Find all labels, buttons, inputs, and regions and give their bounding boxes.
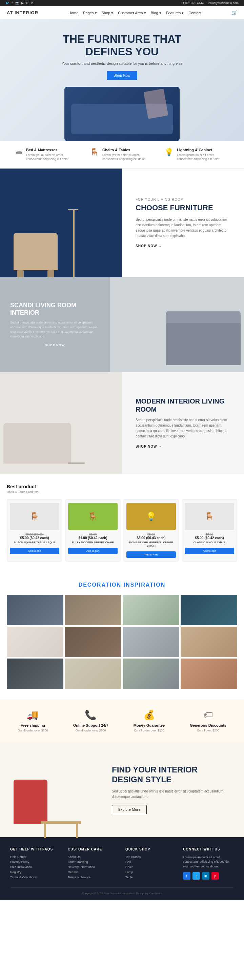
footer-shop-title: QUICK SHOP — [125, 847, 176, 851]
promo-chair-visual — [14, 780, 48, 824]
promo-title: FIND YOUR INTERIOR DESIGN STYLE — [112, 765, 230, 785]
best-product-subtitle: Chair & Lamp Products — [7, 490, 237, 494]
footer-link-returns[interactable]: Returns — [68, 870, 119, 874]
benefit-support: 📞 Online Support 24/7 On all order over … — [73, 710, 108, 732]
gallery-item-8[interactable] — [181, 627, 237, 657]
gallery-item-5[interactable] — [7, 627, 63, 657]
add-to-cart-button-3[interactable]: Add to cart — [127, 551, 176, 558]
gallery-item-12[interactable] — [181, 659, 237, 689]
hero-sofa-image — [64, 87, 180, 141]
feature-bed-text: Lorem ipsum dolor sit amet, consectetur … — [26, 153, 80, 161]
feature-chairs: 🪑 Chairs & Tables Lorem ipsum dolor sit … — [90, 148, 154, 161]
scandi-cta-button[interactable]: SHOP NOW — [10, 344, 100, 347]
facebook-icon[interactable]: f — [12, 2, 13, 5]
product-image-3: 💡 — [127, 503, 176, 530]
nav-customer[interactable]: Customer Area ▾ — [118, 11, 146, 15]
footer-link-terms-service[interactable]: Terms of Service — [68, 875, 119, 879]
scandi-sofa-visual — [166, 321, 241, 365]
nav-features[interactable]: Features ▾ — [166, 11, 184, 15]
products-row: 🪑 $5.00 ($0.42) $5.00 ($0.42 each) BLACK… — [7, 499, 237, 562]
instagram-icon[interactable]: 📷 — [15, 2, 19, 5]
decoration-section: DECORATION INSPIRATION — [0, 572, 244, 699]
footer-twitter-btn[interactable]: t — [192, 872, 200, 880]
benefit-shipping: 🚚 Free shipping On all order over $200 — [17, 710, 48, 732]
product-name-1: BLACK SQUARE TABLE LAQUE — [10, 541, 59, 544]
chair-icon: 🪑 — [90, 148, 99, 157]
footer-link-table[interactable]: Table — [125, 875, 176, 879]
footer-link-registry[interactable]: Registry — [10, 870, 61, 874]
nav-home[interactable]: Home — [68, 11, 78, 15]
linkedin-icon[interactable]: in — [31, 2, 33, 5]
nav-contact[interactable]: Contact — [189, 11, 201, 15]
feature-bed: 🛏 Bed & Mattresses Lorem ipsum dolor sit… — [15, 148, 80, 161]
gallery-item-10[interactable] — [65, 659, 121, 689]
footer-link-lamp[interactable]: Lamp — [125, 870, 176, 874]
feature-bed-title: Bed & Mattresses — [26, 148, 80, 152]
modern-cta-button[interactable]: SHOP NOW — [136, 445, 230, 448]
gallery-item-4[interactable] — [181, 595, 237, 625]
product-card-4: 🪑 $5.00 $5.00 ($0.42 each) CLASSIC SINGL… — [182, 499, 237, 562]
gallery-item-2[interactable] — [65, 595, 121, 625]
footer-social-links: f t in p — [183, 872, 234, 880]
benefit-discounts-title: Generous Discounts — [190, 723, 227, 727]
pinterest-icon[interactable]: P — [27, 2, 29, 5]
shipping-icon: 🚚 — [27, 710, 39, 721]
footer-link-order-tracking[interactable]: Order Tracking — [68, 860, 119, 864]
footer-link-about[interactable]: About Us — [68, 855, 119, 859]
hero-cta-button[interactable]: Shop Now — [107, 71, 137, 80]
best-product-section: Best product Chair & Lamp Products 🪑 $5.… — [0, 474, 244, 572]
social-icons[interactable]: 🐦 f 📷 ▶ P in — [5, 2, 35, 5]
nav-logo[interactable]: AT INTERIOR — [7, 10, 38, 15]
gallery-item-3[interactable] — [123, 595, 179, 625]
gallery-item-1[interactable] — [7, 595, 63, 625]
feature-lighting: 💡 Lightning & Cabinet Lorem ipsum dolor … — [164, 148, 229, 161]
benefit-support-title: Online Support 24/7 — [73, 723, 108, 727]
modern-content: MODERN INTERIOR LIVING ROOM Sed ut persp… — [122, 372, 244, 474]
nav-pages[interactable]: Pages ▾ — [83, 11, 97, 15]
gallery-item-9[interactable] — [7, 659, 63, 689]
footer-connect-text: Lorem ipsum dolor sit amet, consectetur … — [183, 855, 234, 869]
product-name-2: Fully Modern Street Chair — [68, 541, 117, 544]
youtube-icon[interactable]: ▶ — [21, 2, 24, 5]
benefit-support-text: On all order over $200 — [76, 729, 106, 732]
footer: GET HELP WITH FAQS Help Center Privacy P… — [0, 837, 244, 900]
footer-copyright: Copyright © 2023 Free Joomla 4 templates… — [82, 892, 162, 895]
product-image-4: 🪑 — [185, 503, 234, 530]
footer-link-delivery[interactable]: Delivery Information — [68, 865, 119, 869]
add-to-cart-button-2[interactable]: Add to cart — [68, 548, 117, 554]
choose-cta-button[interactable]: SHOP NOW — [136, 244, 230, 248]
cart-icon[interactable]: 🛒 — [231, 10, 237, 15]
footer-link-privacy[interactable]: Privacy Policy — [10, 860, 61, 864]
footer-link-bed[interactable]: Bed — [125, 860, 176, 864]
top-bar: 🐦 f 📷 ▶ P in +1 020 375 4444 info@yourdo… — [0, 0, 244, 6]
product-old-price-3: $5.00 — [127, 533, 176, 536]
promo-cta-button[interactable]: Explore More — [112, 805, 147, 814]
footer-linkedin-btn[interactable]: in — [202, 872, 209, 880]
feature-chairs-text: Lorem ipsum dolor sit amet, consectetur … — [102, 153, 154, 161]
footer-link-help[interactable]: Help Center — [10, 855, 61, 859]
twitter-icon[interactable]: 🐦 — [5, 2, 9, 5]
gallery-item-11[interactable] — [123, 659, 179, 689]
gallery-item-7[interactable] — [123, 627, 179, 657]
main-nav: AT INTERIOR Home Pages ▾ Shop ▾ Customer… — [0, 6, 244, 19]
footer-link-chair[interactable]: Chair — [125, 865, 176, 869]
nav-blog[interactable]: Blog ▾ — [151, 11, 161, 15]
footer-link-terms[interactable]: Terms & Conditions — [10, 875, 61, 879]
modern-text: Sed ut perspiciatis unde omnis iste natu… — [136, 417, 230, 439]
add-to-cart-button-1[interactable]: Add to cart — [10, 548, 59, 554]
product-old-price-1: $5.00 ($0.42) — [10, 533, 59, 536]
chair-body-visual — [14, 233, 58, 270]
footer-facebook-btn[interactable]: f — [183, 872, 190, 880]
discount-icon: 🏷 — [203, 710, 213, 721]
footer-connect-title: CONNECT WIHT US — [183, 847, 234, 851]
scandi-content: SCANDI LIVING ROOM INTERIOR Sed ut persp… — [0, 277, 110, 372]
scandi-image — [110, 277, 244, 372]
nav-shop[interactable]: Shop ▾ — [102, 11, 114, 15]
footer-link-installation[interactable]: Free Installation — [10, 865, 61, 869]
best-product-header: Best product Chair & Lamp Products — [7, 484, 237, 494]
footer-link-brands[interactable]: Top Brands — [125, 855, 176, 859]
gallery-item-6[interactable] — [65, 627, 121, 657]
footer-pinterest-btn[interactable]: p — [211, 872, 219, 880]
promo-image — [14, 756, 102, 824]
add-to-cart-button-4[interactable]: Add to cart — [185, 548, 234, 554]
